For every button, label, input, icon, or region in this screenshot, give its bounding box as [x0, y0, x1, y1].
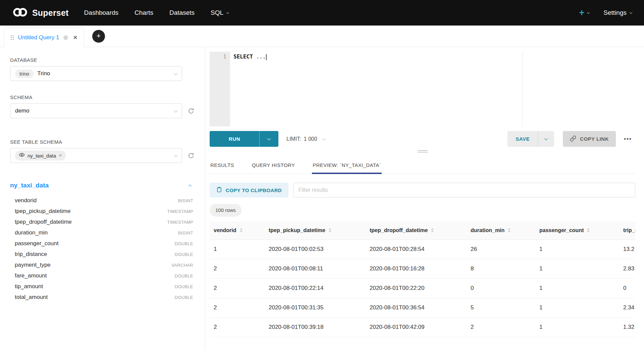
table-schema-label: SEE TABLE SCHEMA — [10, 139, 205, 145]
refresh-schema-button[interactable] — [187, 107, 195, 115]
column-name: tpep_pickup_datetime — [15, 208, 70, 215]
column-type: DOUBLE — [175, 295, 193, 300]
table-row: 22020-08-01T00:22:142020-08-01T00:22:200… — [210, 278, 635, 298]
nav-item-charts[interactable]: Charts — [135, 9, 153, 16]
top-navbar: Superset Dashboards Charts Datasets SQL … — [0, 0, 644, 26]
table-row: 22020-08-01T00:08:112020-08-01T00:16:288… — [210, 259, 635, 278]
copy-to-clipboard-button[interactable]: COPY TO CLIPBOARD — [210, 183, 288, 198]
table-cell: 2 — [210, 259, 265, 278]
table-cell: 2020-08-01T00:16:28 — [366, 259, 467, 278]
more-actions-button[interactable]: ••• — [621, 136, 635, 142]
limit-dropdown[interactable]: LIMIT: 1 000 — [286, 136, 325, 142]
close-tab-icon[interactable]: ✕ — [73, 35, 77, 41]
new-item-button[interactable]: + — [579, 8, 590, 18]
table-cell: 2 — [210, 317, 265, 337]
filter-results-input[interactable] — [293, 183, 635, 198]
table-cell: 1 — [535, 317, 619, 337]
sqllab-main: 1 SELECT ... RUN LIMIT: 1 000 SAVE — [205, 47, 644, 350]
unsaved-indicator-icon — [63, 35, 68, 40]
new-query-tab-button[interactable]: + — [92, 30, 105, 43]
limit-value: 1 000 — [304, 136, 317, 142]
sort-icon[interactable] — [508, 228, 511, 232]
table-cell: 2020-08-01T00:22:20 — [366, 278, 467, 298]
row-count-badge: 100 rows — [210, 204, 241, 217]
editor-gutter: 1 — [210, 52, 230, 126]
schema-column-row: tpep_dropoff_datetimeTIMESTAMP — [10, 217, 193, 227]
table-header-row: vendoridtpep_pickup_datetimetpep_dropoff… — [210, 221, 635, 239]
table-schema-title: ny_taxi_data — [10, 182, 49, 189]
plus-icon: + — [96, 32, 101, 40]
column-header[interactable]: tpep_dropoff_datetime — [366, 221, 467, 239]
save-options-button[interactable] — [538, 131, 554, 147]
editor-code-area[interactable]: SELECT ... — [230, 52, 635, 126]
chevron-down-icon — [174, 153, 177, 157]
tab-results[interactable]: RESULTS — [210, 156, 235, 174]
caret-down-icon — [630, 11, 632, 13]
sort-icon[interactable] — [240, 228, 243, 232]
column-header[interactable]: trip_distance — [619, 221, 635, 239]
table-cell: 2020-08-01T00:39:18 — [265, 317, 366, 337]
column-type: BIGINT — [178, 198, 193, 203]
schema-column-row: tip_amountDOUBLE — [10, 281, 193, 292]
database-select[interactable]: trino Trino — [10, 66, 182, 81]
column-type: TIMESTAMP — [167, 209, 193, 214]
superset-brand[interactable]: Superset — [12, 8, 69, 18]
save-button[interactable]: SAVE — [507, 131, 538, 147]
sqllab-content: DATABASE trino Trino SCHEMA demo SEE TAB… — [0, 47, 644, 350]
caret-down-icon — [587, 11, 590, 13]
sort-icon[interactable] — [431, 228, 434, 232]
table-cell: 2020-08-01T00:36:54 — [366, 298, 467, 317]
schema-column-row: fare_amountDOUBLE — [10, 270, 193, 281]
nav-item-sql[interactable]: SQL — [211, 9, 229, 16]
tab-query-history[interactable]: QUERY HISTORY — [251, 156, 296, 174]
navbar-right: + Settings — [579, 8, 632, 18]
copy-link-button[interactable]: COPY LINK — [563, 131, 616, 147]
pane-resize-handle[interactable] — [210, 147, 635, 156]
column-header[interactable]: passenger_count — [535, 221, 619, 239]
nav-item-datasets[interactable]: Datasets — [169, 9, 195, 16]
chevron-down-icon — [267, 136, 271, 140]
schema-column-row: passenger_countDOUBLE — [10, 238, 193, 249]
column-name: payment_type — [15, 262, 51, 268]
schema-column-row: vendoridBIGINT — [10, 195, 193, 206]
schema-column-row: total_amountDOUBLE — [10, 292, 193, 303]
table-cell: 1 — [210, 239, 265, 259]
plus-icon: + — [579, 8, 585, 18]
print-margin-line — [522, 52, 523, 126]
table-cell: 2020-08-01T00:31:35 — [265, 298, 366, 317]
column-name: tpep_dropoff_datetime — [15, 219, 72, 225]
selected-table-name: ny_taxi_data — [28, 153, 56, 159]
query-tab-active[interactable]: Untitled Query 1 ✕ — [4, 28, 84, 47]
tab-preview[interactable]: PREVIEW: `NY_TAXI_DATA` — [312, 156, 382, 174]
schema-label: SCHEMA — [10, 94, 205, 100]
collapse-icon[interactable] — [189, 184, 192, 188]
table-cell: 1 — [535, 259, 619, 278]
settings-menu[interactable]: Settings — [603, 9, 632, 16]
results-table-container: vendoridtpep_pickup_datetimetpep_dropoff… — [210, 221, 635, 350]
schema-select[interactable]: demo — [10, 103, 182, 118]
caret-down-icon — [322, 137, 325, 140]
table-cell: 2 — [210, 278, 265, 298]
column-name: tip_amount — [15, 283, 43, 290]
table-select[interactable]: ny_taxi_data ✕ — [10, 148, 182, 163]
table-cell: 2.83 — [619, 259, 635, 278]
results-controls: COPY TO CLIPBOARD — [210, 183, 635, 198]
run-button[interactable]: RUN — [210, 131, 259, 147]
nav-item-dashboards[interactable]: Dashboards — [84, 9, 118, 16]
drag-handle-icon[interactable] — [11, 35, 14, 40]
column-header[interactable]: vendorid — [210, 221, 265, 239]
column-name: total_amount — [15, 294, 48, 301]
refresh-tables-button[interactable] — [187, 152, 195, 159]
column-header[interactable]: duration_min — [467, 221, 535, 239]
column-name: vendorid — [15, 197, 37, 204]
remove-table-icon[interactable]: ✕ — [59, 153, 62, 158]
table-cell: 0 — [619, 278, 635, 298]
sql-editor[interactable]: 1 SELECT ... — [210, 52, 635, 126]
table-cell: 1 — [535, 239, 619, 259]
sort-icon[interactable] — [587, 228, 590, 232]
sort-icon[interactable] — [329, 228, 331, 232]
link-icon — [570, 135, 576, 143]
run-options-button[interactable] — [259, 131, 278, 147]
column-header[interactable]: tpep_pickup_datetime — [265, 221, 366, 239]
sql-text: ... — [256, 53, 266, 60]
